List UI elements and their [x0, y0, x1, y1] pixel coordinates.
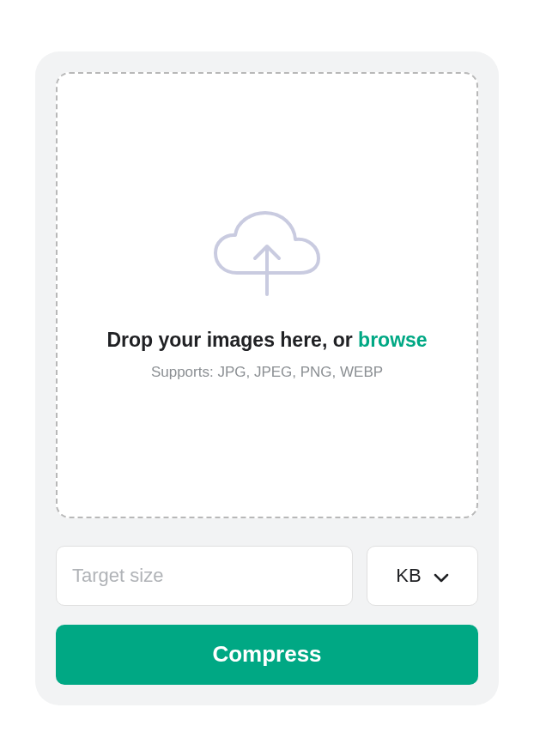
unit-select[interactable]: KB: [367, 546, 478, 606]
compressor-card: Drop your images here, or browse Support…: [35, 51, 499, 705]
drop-instruction: Drop your images here, or browse: [106, 329, 427, 352]
drop-text-prefix: Drop your images here, or: [106, 329, 358, 351]
cloud-upload-icon: [207, 209, 327, 303]
browse-link[interactable]: browse: [358, 329, 428, 351]
target-size-input[interactable]: [56, 546, 353, 606]
supports-text: Supports: JPG, JPEG, PNG, WEBP: [151, 364, 383, 381]
controls-row: KB: [56, 546, 478, 606]
compress-button[interactable]: Compress: [56, 625, 478, 685]
chevron-down-icon: [434, 571, 449, 581]
dropzone[interactable]: Drop your images here, or browse Support…: [56, 72, 478, 518]
unit-label: KB: [396, 565, 421, 587]
